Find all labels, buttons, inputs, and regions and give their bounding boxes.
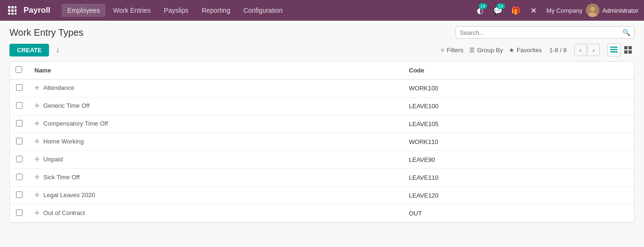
entry-name: Home Working bbox=[43, 138, 84, 145]
table-row[interactable]: ✚ Legal Leaves 2020 LEAVE120 bbox=[10, 187, 634, 205]
select-all-checkbox[interactable] bbox=[16, 66, 22, 73]
entry-name: Unpaid bbox=[43, 156, 63, 163]
table-row[interactable]: ✚ Attendance WORK100 bbox=[10, 80, 634, 97]
table-row[interactable]: ✚ Home Working WORK110 bbox=[10, 133, 634, 151]
row-name-cell: ✚ Legal Leaves 2020 bbox=[29, 187, 403, 203]
entry-name: Attendance bbox=[43, 84, 74, 91]
row-checkbox[interactable] bbox=[16, 174, 23, 180]
gift-icon-btn[interactable]: 🎁 bbox=[509, 3, 523, 17]
drag-handle-icon[interactable]: ✚ bbox=[34, 84, 40, 91]
svg-rect-0 bbox=[8, 6, 10, 8]
grid-menu-icon[interactable] bbox=[6, 4, 19, 17]
pagination-info: 1-8 / 8 bbox=[549, 47, 567, 54]
row-name-cell: ✚ Out of Contract bbox=[29, 205, 403, 221]
drag-handle-icon[interactable]: ✚ bbox=[34, 120, 40, 127]
row-name-cell: ✚ Sick Time Off bbox=[29, 169, 403, 185]
table-row[interactable]: ✚ Out of Contract OUT bbox=[10, 205, 634, 223]
toolbar-right: ▿ Filters ☰ Group By ★ Favorites 1-8 / 8… bbox=[441, 43, 635, 56]
nav-configuration[interactable]: Configuration bbox=[238, 4, 288, 17]
list-view-button[interactable] bbox=[607, 43, 620, 56]
row-code-cell: OUT bbox=[403, 205, 634, 223]
header-checkbox-cell bbox=[10, 62, 29, 80]
create-button[interactable]: CREATE bbox=[9, 44, 49, 56]
svg-rect-16 bbox=[628, 46, 632, 49]
kanban-view-button[interactable] bbox=[621, 43, 635, 56]
svg-rect-3 bbox=[8, 9, 10, 12]
nav-reporting[interactable]: Reporting bbox=[196, 4, 236, 17]
svg-point-10 bbox=[590, 7, 595, 11]
row-name-cell: ✚ Generic Time Off bbox=[29, 97, 403, 114]
entry-name: Sick Time Off bbox=[43, 174, 80, 181]
nav-menu: Employees Work Entries Payslips Reportin… bbox=[62, 4, 473, 17]
row-code-cell: LEAVE120 bbox=[403, 187, 634, 205]
row-checkbox[interactable] bbox=[16, 156, 23, 162]
download-button[interactable]: ↓ bbox=[53, 44, 62, 56]
row-checkbox[interactable] bbox=[16, 191, 23, 198]
drag-handle-icon[interactable]: ✚ bbox=[34, 191, 40, 199]
table-row[interactable]: ✚ Compensatory Time Off LEAVE105 bbox=[10, 115, 634, 133]
svg-rect-2 bbox=[15, 6, 16, 8]
table-header-row: Name Code bbox=[10, 62, 634, 80]
svg-rect-6 bbox=[8, 13, 10, 15]
drag-handle-icon[interactable]: ✚ bbox=[34, 102, 40, 109]
prev-page-button[interactable]: ‹ bbox=[574, 44, 587, 56]
entry-name: Legal Leaves 2020 bbox=[43, 191, 95, 199]
user-menu[interactable]: Administrator bbox=[586, 4, 638, 17]
header-name: Name bbox=[29, 62, 403, 80]
row-checkbox-cell bbox=[10, 205, 29, 223]
chat-icon-btn[interactable]: 💬 14 bbox=[491, 3, 505, 17]
content-area: Work Entry Types 🔍 CREATE ↓ ▿ Filters ☰ … bbox=[0, 21, 644, 229]
nav-work-entries[interactable]: Work Entries bbox=[107, 4, 156, 17]
row-code-cell: LEAVE105 bbox=[403, 115, 634, 133]
row-code-cell: LEAVE110 bbox=[403, 169, 634, 187]
top-navigation: Payroll Employees Work Entries Payslips … bbox=[0, 0, 644, 21]
avatar bbox=[586, 4, 599, 17]
search-input[interactable] bbox=[460, 29, 622, 36]
row-checkbox[interactable] bbox=[16, 120, 23, 127]
next-page-button[interactable]: › bbox=[587, 44, 600, 56]
table-row[interactable]: ✚ Sick Time Off LEAVE110 bbox=[10, 169, 634, 187]
row-checkbox[interactable] bbox=[16, 102, 23, 109]
close-icon-btn[interactable]: ✕ bbox=[527, 3, 541, 17]
nav-right-actions: ◐ 14 💬 14 🎁 ✕ My Company Administrator bbox=[473, 3, 638, 17]
sub-header: Work Entry Types 🔍 bbox=[9, 26, 635, 39]
row-checkbox-cell bbox=[10, 169, 29, 187]
toolbar-left: CREATE ↓ bbox=[9, 44, 62, 56]
drag-handle-icon[interactable]: ✚ bbox=[34, 174, 40, 181]
row-name-cell: ✚ Unpaid bbox=[29, 151, 403, 167]
svg-rect-7 bbox=[11, 13, 14, 15]
drag-handle-icon[interactable]: ✚ bbox=[34, 138, 40, 145]
app-title: Payroll bbox=[24, 6, 50, 15]
filter-group: ▿ Filters ☰ Group By ★ Favorites bbox=[441, 47, 542, 54]
svg-rect-12 bbox=[610, 47, 618, 48]
filters-button[interactable]: ▿ Filters bbox=[441, 47, 463, 54]
nav-employees[interactable]: Employees bbox=[62, 4, 106, 17]
clock-icon-btn[interactable]: ◐ 14 bbox=[473, 3, 487, 17]
row-checkbox[interactable] bbox=[16, 138, 23, 144]
entry-name: Compensatory Time Off bbox=[43, 120, 108, 127]
search-bar: 🔍 bbox=[456, 26, 635, 39]
table-container: Name Code ✚ Attendance WORK100 ✚ Generic… bbox=[9, 61, 635, 223]
svg-rect-18 bbox=[628, 50, 632, 54]
row-code-cell: WORK110 bbox=[403, 133, 634, 151]
table-row[interactable]: ✚ Unpaid LEAVE90 bbox=[10, 151, 634, 169]
svg-rect-13 bbox=[610, 49, 618, 50]
row-name-cell: ✚ Compensatory Time Off bbox=[29, 115, 403, 132]
row-checkbox[interactable] bbox=[16, 209, 23, 216]
row-checkbox-cell bbox=[10, 187, 29, 205]
groupby-button[interactable]: ☰ Group By bbox=[469, 47, 503, 54]
pagination-arrows: ‹ › bbox=[574, 44, 600, 56]
username: Administrator bbox=[602, 7, 638, 14]
search-icon: 🔍 bbox=[622, 29, 630, 36]
table-row[interactable]: ✚ Generic Time Off LEAVE100 bbox=[10, 97, 634, 115]
nav-payslips[interactable]: Payslips bbox=[158, 4, 194, 17]
drag-handle-icon[interactable]: ✚ bbox=[34, 209, 40, 216]
svg-rect-14 bbox=[610, 51, 618, 53]
chat-badge: 14 bbox=[497, 3, 505, 9]
drag-handle-icon[interactable]: ✚ bbox=[34, 156, 40, 163]
row-checkbox[interactable] bbox=[16, 84, 23, 91]
close-icon: ✕ bbox=[530, 6, 537, 15]
page-title: Work Entry Types bbox=[9, 27, 83, 38]
favorites-button[interactable]: ★ Favorites bbox=[509, 47, 542, 54]
row-code-cell: LEAVE100 bbox=[403, 97, 634, 115]
